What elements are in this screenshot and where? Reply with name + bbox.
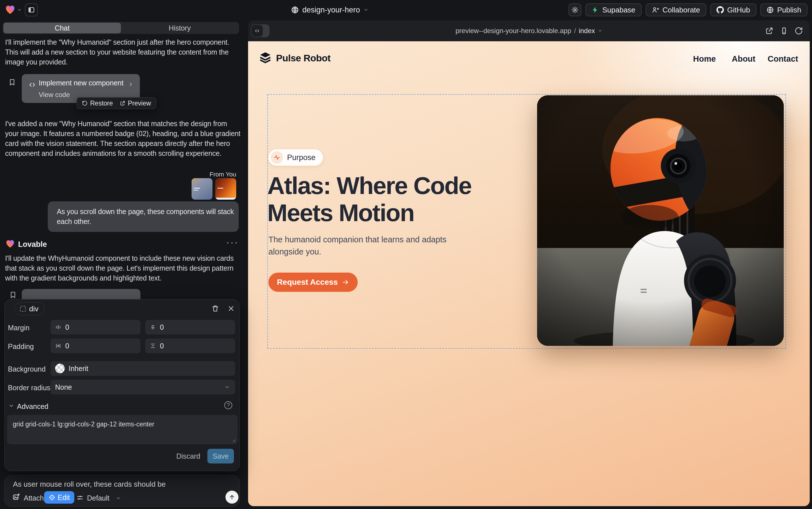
sidebar-toggle-button[interactable] — [25, 3, 38, 16]
lovable-avatar-icon — [5, 239, 15, 249]
close-panel-icon[interactable] — [227, 305, 235, 312]
supabase-icon — [592, 6, 599, 13]
settings-button[interactable] — [568, 3, 582, 16]
mobile-view-icon[interactable] — [780, 27, 788, 35]
panel-left-icon — [28, 6, 35, 13]
resize-grip-icon — [231, 438, 236, 443]
component-card-title: Implement new component — [39, 79, 123, 87]
github-icon — [716, 6, 724, 13]
message-menu-dots[interactable]: ··· — [226, 236, 238, 248]
background-label: Background — [8, 365, 45, 373]
open-in-new-tab-icon[interactable] — [765, 27, 774, 35]
background-input[interactable]: Inherit — [50, 361, 235, 376]
edit-label: Edit — [58, 494, 70, 502]
attach-button[interactable]: Attach — [24, 494, 44, 502]
bookmark-icon-2[interactable] — [9, 291, 17, 299]
sliders-icon[interactable] — [76, 494, 84, 501]
tab-chat[interactable]: Chat — [3, 23, 121, 33]
selected-element-tag: div — [29, 305, 38, 313]
nav-home[interactable]: Home — [693, 54, 716, 64]
chevron-down-icon[interactable] — [116, 496, 121, 501]
preview-page: index — [579, 27, 595, 35]
site-brand[interactable]: Pulse Robot — [276, 53, 331, 64]
top-bar: design-your-hero Supabase Collaborate Gi… — [0, 0, 812, 20]
restore-button[interactable]: Restore — [82, 100, 113, 107]
delete-element-trash-icon[interactable] — [211, 305, 219, 312]
lovable-name: Lovable — [18, 240, 47, 249]
padding-y-icon — [150, 343, 156, 349]
user-message-bubble: As you scroll down the page, these compo… — [48, 201, 239, 232]
margin-x-icon — [55, 324, 61, 330]
advanced-collapse-chevron[interactable] — [8, 403, 14, 409]
save-button[interactable]: Save — [208, 449, 234, 464]
message-hover-toolbar: Restore Preview — [77, 97, 156, 109]
send-button[interactable] — [225, 490, 238, 504]
chat-history-tabs: Chat History — [3, 22, 239, 34]
transparent-swatch-icon — [55, 364, 65, 373]
preview-url: preview--design-your-hero.lovable.app — [455, 27, 571, 35]
request-access-button[interactable]: Request Access — [268, 273, 358, 292]
attachment-thumbnail-2[interactable] — [215, 178, 236, 200]
selected-element-chip[interactable]: div — [14, 302, 44, 315]
request-access-label: Request Access — [277, 278, 338, 287]
bookmark-icon[interactable] — [8, 79, 16, 86]
attach-icon[interactable] — [12, 493, 20, 501]
border-radius-select[interactable]: None — [50, 380, 235, 395]
arrow-up-icon — [229, 494, 235, 501]
open-preview-icon — [120, 100, 125, 106]
padding-x-input[interactable]: 0 — [50, 338, 140, 353]
pulse-icon — [271, 151, 283, 164]
margin-x-input[interactable]: 0 — [50, 320, 140, 335]
purpose-badge: Purpose — [268, 149, 323, 166]
refresh-icon[interactable] — [795, 27, 803, 35]
code-icon — [29, 81, 36, 89]
supabase-label: Supabase — [602, 6, 635, 14]
chevron-down-icon — [224, 384, 230, 390]
preview-button[interactable]: Preview — [120, 100, 151, 107]
purpose-badge-label: Purpose — [287, 153, 316, 162]
lovable-logo-icon[interactable] — [4, 4, 16, 15]
project-switcher[interactable]: design-your-hero — [291, 0, 368, 20]
nav-about[interactable]: About — [732, 54, 755, 64]
publish-label: Publish — [777, 6, 801, 14]
supabase-button[interactable]: Supabase — [585, 3, 642, 16]
discard-button[interactable]: Discard — [176, 452, 200, 461]
collaborate-button[interactable]: Collaborate — [645, 3, 706, 16]
user-plus-icon — [652, 6, 659, 13]
code-view-toggle[interactable] — [251, 24, 269, 37]
attachment-thumbnail-1[interactable] — [191, 178, 213, 200]
robot-hero-image — [537, 95, 784, 346]
composer-input[interactable]: As user mouse roll over, these cards sho… — [13, 480, 166, 489]
preview-header: preview--design-your-hero.lovable.app / … — [248, 20, 810, 41]
nav-contact[interactable]: Contact — [768, 54, 798, 64]
padding-y-input[interactable]: 0 — [145, 338, 235, 353]
element-inspector-panel: div Margin 0 0 Padding 0 0 Background In… — [4, 299, 240, 471]
advanced-label[interactable]: Advanced — [17, 402, 48, 411]
advanced-classes-textarea[interactable]: grid grid-cols-1 lg:grid-cols-2 gap-12 i… — [7, 415, 237, 444]
margin-y-input[interactable]: 0 — [145, 320, 235, 335]
arrow-right-icon — [342, 278, 349, 286]
github-button[interactable]: GitHub — [710, 3, 756, 16]
from-you-label: From You — [0, 171, 236, 178]
chat-composer[interactable]: As user mouse roll over, these cards sho… — [4, 475, 240, 507]
view-code-link[interactable]: View code — [39, 91, 70, 99]
edit-mode-button[interactable]: Edit — [44, 491, 74, 504]
hero-subtitle: The humanoid companion that learns and a… — [268, 234, 446, 258]
site-logo-icon[interactable] — [259, 51, 272, 65]
help-icon[interactable]: ? — [224, 401, 232, 409]
preview-url-bar[interactable]: preview--design-your-hero.lovable.app / … — [248, 27, 810, 35]
collaborate-label: Collaborate — [663, 6, 700, 14]
restore-icon — [82, 100, 87, 106]
github-label: GitHub — [727, 6, 750, 14]
padding-label: Padding — [8, 342, 34, 351]
assistant-message-3: I'll update the WhyHumanoid component to… — [5, 253, 234, 283]
assistant-message-2: I've added a new "Why Humanoid" section … — [5, 119, 241, 158]
margin-label: Margin — [8, 324, 29, 332]
chevron-down-icon — [598, 29, 602, 33]
model-default-button[interactable]: Default — [87, 494, 109, 502]
tab-history[interactable]: History — [121, 23, 238, 33]
logo-chevron-down-icon[interactable] — [17, 7, 22, 12]
gear-icon — [571, 6, 579, 13]
publish-button[interactable]: Publish — [760, 3, 808, 16]
preview-label: Preview — [128, 100, 151, 107]
